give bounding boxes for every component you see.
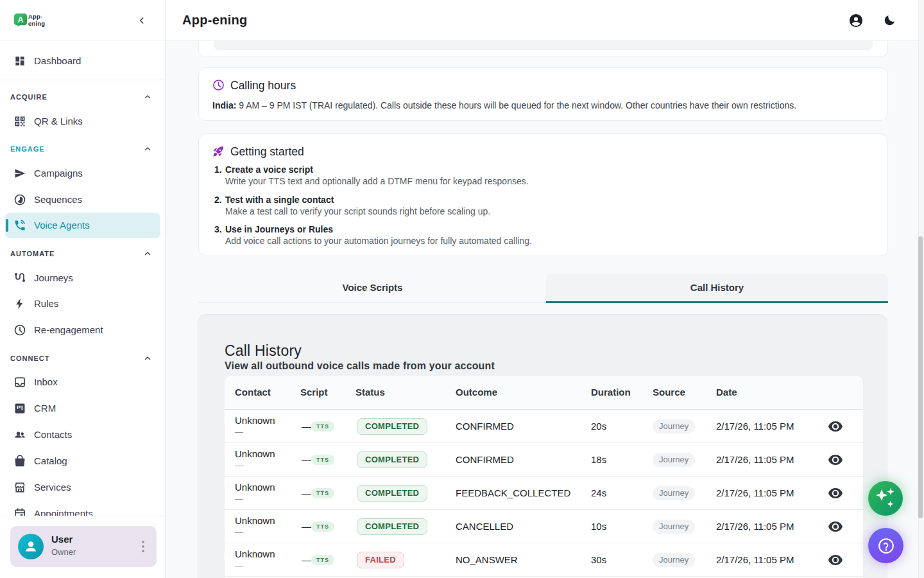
svg-text:A: A [17, 15, 23, 24]
